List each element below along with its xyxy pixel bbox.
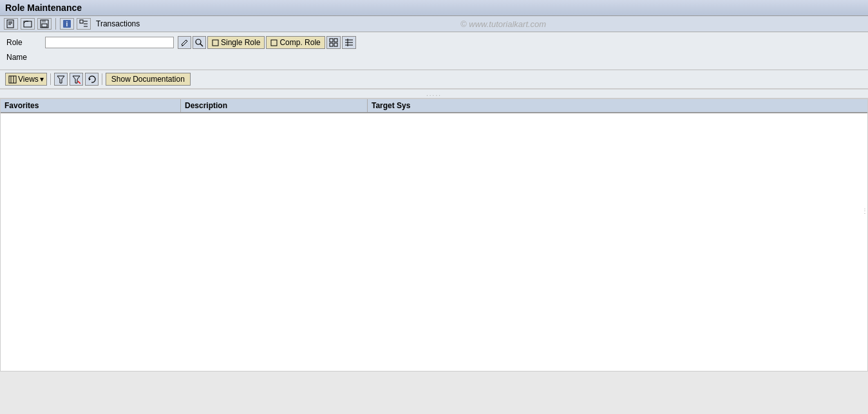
table-container: Favorites Description Target Sys	[0, 99, 868, 372]
table-body	[1, 113, 867, 371]
secondary-toolbar: Views ▾ Show Documentation	[0, 70, 868, 89]
svg-rect-10	[80, 20, 83, 23]
role-action-buttons: Single Role Comp. Role	[178, 36, 356, 49]
form-area: Role Single Role Comp. Role	[0, 32, 868, 70]
svg-marker-30	[57, 76, 64, 83]
save-button[interactable]	[37, 18, 52, 30]
sec-sep-1	[50, 73, 51, 85]
role-label: Role	[6, 38, 45, 47]
open-button[interactable]	[21, 18, 35, 30]
transactions-button[interactable]	[77, 18, 91, 30]
col-target-sys: Target Sys	[368, 99, 867, 112]
new-button[interactable]	[4, 18, 18, 30]
refresh-button[interactable]	[85, 73, 99, 86]
grid-button-2[interactable]	[342, 36, 356, 49]
info-button[interactable]: i	[60, 18, 74, 30]
svg-rect-20	[334, 39, 337, 42]
comp-role-button[interactable]: Comp. Role	[266, 36, 325, 49]
svg-line-16	[200, 44, 203, 46]
svg-rect-19	[330, 39, 333, 42]
remove-filter-button[interactable]	[70, 73, 83, 86]
name-form-row: Name	[6, 52, 862, 63]
col-description: Description	[181, 99, 368, 112]
svg-rect-6	[42, 20, 46, 23]
svg-rect-7	[42, 24, 47, 27]
search-icon-button[interactable]	[193, 36, 206, 49]
svg-rect-27	[9, 76, 16, 83]
svg-point-15	[196, 39, 201, 44]
scrollbar-hint: ⋮	[862, 207, 868, 214]
name-input[interactable]	[45, 52, 174, 63]
role-form-row: Role Single Role Comp. Role	[6, 36, 862, 49]
svg-marker-33	[89, 78, 91, 80]
svg-rect-21	[330, 43, 333, 46]
svg-rect-0	[7, 20, 14, 28]
grid-button-1[interactable]	[326, 36, 341, 49]
col-favorites: Favorites	[1, 99, 181, 112]
svg-rect-17	[212, 40, 218, 46]
resize-dots: .....	[0, 89, 868, 99]
role-input[interactable]	[45, 37, 174, 48]
single-role-button[interactable]: Single Role	[207, 36, 265, 49]
watermark-text: © www.tutorialkart.com	[142, 19, 864, 29]
show-documentation-button[interactable]: Show Documentation	[106, 73, 191, 86]
svg-line-32	[78, 81, 80, 84]
sec-sep-2	[102, 73, 102, 85]
title-bar: Role Maintenance	[0, 0, 868, 16]
main-toolbar: i Transactions © www.tutorialkart.com	[0, 16, 868, 32]
page-title: Role Maintenance	[5, 3, 82, 13]
name-label: Name	[6, 53, 45, 62]
svg-text:i: i	[66, 21, 68, 28]
views-button[interactable]: Views ▾	[5, 73, 47, 86]
filter-button[interactable]	[54, 73, 68, 86]
table-header: Favorites Description Target Sys	[1, 99, 867, 113]
views-dropdown-icon: ▾	[40, 75, 44, 84]
edit-icon-button[interactable]	[178, 36, 191, 49]
svg-rect-22	[334, 43, 337, 46]
transactions-label: Transactions	[96, 19, 140, 28]
toolbar-sep-1	[55, 18, 56, 30]
svg-rect-18	[271, 40, 277, 46]
